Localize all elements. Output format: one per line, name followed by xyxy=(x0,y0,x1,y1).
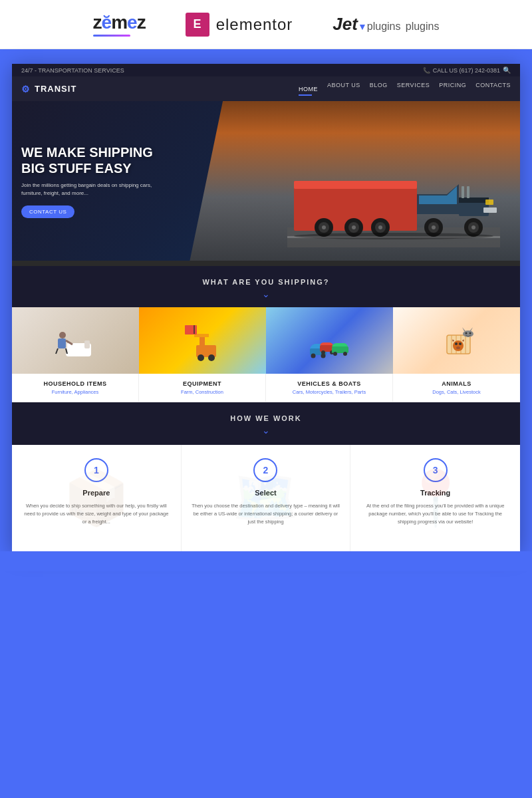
vehicles-illustration xyxy=(307,325,353,367)
household-subtitle: Furniture, Appliances xyxy=(17,389,133,395)
svg-rect-37 xyxy=(185,325,197,334)
elementor-icon: E xyxy=(186,13,209,37)
step-tracking-desc: At the end of the filing process you'll … xyxy=(360,502,511,526)
step-tracking: 📍 3 Tracking At the end of the filing pr… xyxy=(350,445,520,551)
shipping-heading: WHAT ARE YOU SHIPPING? xyxy=(21,278,511,286)
svg-rect-3 xyxy=(294,181,417,189)
site-nav: HOME ABOUT US BLOG SERVICES PRICING CONT… xyxy=(299,82,511,96)
shipping-chevron: ⌄ xyxy=(21,289,511,299)
svg-point-40 xyxy=(208,354,215,361)
step-prepare-number: 1 xyxy=(84,458,108,482)
svg-point-60 xyxy=(465,332,467,334)
category-label-household[interactable]: HOUSEHOLD ITEMS Furniture, Appliances xyxy=(12,374,139,402)
nav-link-about[interactable]: ABOUT US xyxy=(327,82,360,96)
animals-subtitle: Dogs, Cats, Livestock xyxy=(398,389,515,395)
step-select-desc: Then you choose the destination and deli… xyxy=(191,502,341,526)
category-label-vehicles[interactable]: VEHICLES & BOATS Cars, Motorcycles, Trai… xyxy=(266,374,393,402)
logo-text: TRANSIT xyxy=(35,84,76,94)
svg-point-42 xyxy=(311,354,315,358)
svg-point-25 xyxy=(294,233,493,239)
category-label-animals[interactable]: ANIMALS Dogs, Cats, Livestock xyxy=(393,374,520,402)
phone-icon: 📞 xyxy=(423,67,430,74)
hero-title: WE MAKE SHIPPING BIG STUFF EASY xyxy=(21,144,169,176)
step-prepare-title: Prepare xyxy=(21,489,172,497)
nav-link-home[interactable]: HOME xyxy=(299,86,318,92)
svg-point-56 xyxy=(455,342,458,345)
category-label-equipment[interactable]: EQUIPMENT Farm, Construction xyxy=(139,374,266,402)
phone-number: CALL US (617) 242-0381 xyxy=(433,67,500,74)
zemes-logo: zĕmez xyxy=(93,12,146,37)
logo-icon: ⚙ xyxy=(21,84,31,94)
shipping-section: WHAT ARE YOU SHIPPING? ⌄ xyxy=(12,266,520,307)
svg-point-39 xyxy=(198,354,204,361)
animals-title: ANIMALS xyxy=(398,380,515,387)
svg-point-61 xyxy=(469,332,471,334)
step-tracking-number: 3 xyxy=(424,458,448,482)
svg-rect-7 xyxy=(467,186,469,198)
svg-point-45 xyxy=(321,350,325,354)
nav-link-blog[interactable]: BLOG xyxy=(370,82,388,96)
svg-point-57 xyxy=(459,342,462,345)
svg-point-48 xyxy=(333,352,337,356)
site-preview: 24/7 - TRANSPORTATION SERVICES 📞 CALL US… xyxy=(12,64,520,551)
nav-item-home[interactable]: HOME xyxy=(299,82,318,96)
step-prepare-desc: When you decide to ship something with o… xyxy=(21,502,172,526)
step-prepare: 📦 1 Prepare When you decide to ship some… xyxy=(12,445,182,551)
category-animals-image[interactable] xyxy=(393,307,520,374)
road-strip xyxy=(12,261,520,266)
brand-bar: zĕmez E elementor Jet▼plugins plugins xyxy=(0,0,532,49)
nav-link-contacts[interactable]: CONTACTS xyxy=(475,82,511,96)
hero-section: WE MAKE SHIPPING BIG STUFF EASY Join the… xyxy=(12,101,520,261)
jet-logo: Jet▼plugins plugins xyxy=(332,14,439,35)
hero-content: WE MAKE SHIPPING BIG STUFF EASY Join the… xyxy=(12,131,178,231)
blue-border-top xyxy=(0,49,532,64)
category-labels: HOUSEHOLD ITEMS Furniture, Appliances EQ… xyxy=(12,374,520,402)
equipment-illustration xyxy=(180,315,226,367)
svg-rect-24 xyxy=(485,200,493,205)
step-select: 🗺️ 2 Select Then you choose the destinat… xyxy=(182,445,351,551)
svg-point-13 xyxy=(352,225,356,229)
svg-point-10 xyxy=(322,225,326,229)
contact-us-button[interactable]: CONTACT US xyxy=(21,205,74,218)
truck-illustration xyxy=(287,141,500,247)
household-illustration xyxy=(53,315,99,367)
nav-link-services[interactable]: SERVICES xyxy=(397,82,430,96)
nav-link-pricing[interactable]: PRICING xyxy=(439,82,466,96)
svg-point-55 xyxy=(453,340,464,351)
how-section: HOW WE WORK ⌄ xyxy=(12,402,520,445)
svg-point-49 xyxy=(343,352,347,356)
animals-illustration xyxy=(434,315,480,367)
step-select-number: 2 xyxy=(253,458,277,482)
equipment-subtitle: Farm, Construction xyxy=(144,389,260,395)
step-tracking-title: Tracking xyxy=(360,489,511,497)
vehicles-subtitle: Cars, Motorcycles, Trailers, Parts xyxy=(271,389,387,395)
svg-rect-6 xyxy=(462,186,464,198)
search-icon[interactable]: 🔍 xyxy=(503,66,511,74)
category-equipment-image[interactable] xyxy=(139,307,266,374)
household-title: HOUSEHOLD ITEMS xyxy=(17,380,133,387)
svg-rect-28 xyxy=(84,340,90,348)
category-vehicles-image[interactable] xyxy=(266,307,393,374)
step-select-title: Select xyxy=(191,489,341,497)
elementor-logo: E elementor xyxy=(186,13,293,37)
topbar-left-text: 24/7 - TRANSPORTATION SERVICES xyxy=(21,67,124,74)
svg-rect-30 xyxy=(58,338,66,348)
equipment-title: EQUIPMENT xyxy=(144,380,260,387)
site-header: ⚙ TRANSIT HOME ABOUT US BLOG SERVICES PR… xyxy=(12,76,520,101)
svg-rect-5 xyxy=(459,198,489,203)
svg-point-22 xyxy=(471,225,475,229)
topbar-phone: 📞 CALL US (617) 242-0381 🔍 xyxy=(423,66,511,74)
site-topbar: 24/7 - TRANSPORTATION SERVICES 📞 CALL US… xyxy=(12,64,520,76)
category-grid xyxy=(12,307,520,374)
how-heading: HOW WE WORK xyxy=(21,414,511,422)
how-chevron: ⌄ xyxy=(21,425,511,436)
steps-grid: 📦 1 Prepare When you decide to ship some… xyxy=(12,445,520,551)
category-household-image[interactable] xyxy=(12,307,139,374)
svg-point-16 xyxy=(378,225,382,229)
svg-point-29 xyxy=(59,332,66,338)
vehicles-title: VEHICLES & BOATS xyxy=(271,380,387,387)
svg-point-19 xyxy=(432,225,436,229)
hero-subtitle: Join the millions getting bargain deals … xyxy=(21,182,169,198)
svg-point-58 xyxy=(456,346,460,349)
site-logo: ⚙ TRANSIT xyxy=(21,84,76,94)
